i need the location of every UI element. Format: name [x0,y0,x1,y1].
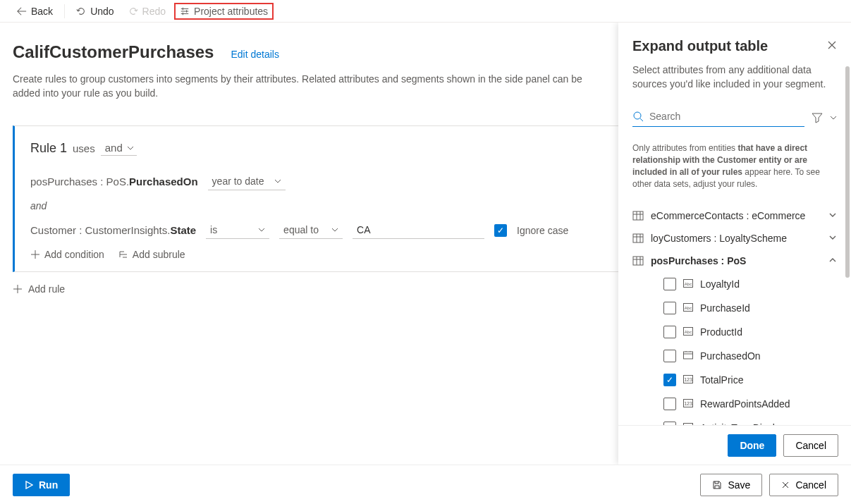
cond2-op1-dropdown[interactable]: is [206,221,269,239]
subrule-icon [118,250,128,259]
page-description: Create rules to group customers into seg… [13,72,591,100]
svg-text:123: 123 [684,401,692,406]
attribute-checkbox[interactable]: ✓ [663,374,676,386]
chevron-up-icon [828,256,837,264]
attribute-checkbox[interactable] [663,278,676,290]
redo-icon [128,6,138,16]
attribute-checkbox[interactable] [663,302,676,314]
add-rule-label: Add rule [28,283,65,295]
chevron-down-icon [274,178,281,185]
cond2-op1-value: is [210,224,217,235]
toolbar-separator [64,4,65,18]
svg-rect-12 [633,257,643,265]
chevron-down-icon [828,211,837,219]
cond2-value-input[interactable] [353,221,484,239]
project-attributes-button[interactable]: Project attributes [174,3,274,20]
top-toolbar: Back Undo Redo Project attributes [0,0,851,23]
page-title: CalifCustomerPurchases [13,42,214,62]
arrow-left-icon [17,6,27,16]
panel-search[interactable] [632,108,804,127]
panel-search-input[interactable] [649,111,804,122]
edit-details-link[interactable]: Edit details [231,49,278,60]
chevron-down-icon [331,226,338,233]
cond2-attribute: Customer : CustomerInsights.State [30,224,196,236]
attribute-label: PurchasedOn [700,350,761,362]
attribute-checkbox[interactable] [663,398,676,410]
attribute-row[interactable]: ✓123TotalPrice [663,368,837,392]
table-icon [632,233,644,244]
filter-icon[interactable] [812,112,823,123]
svg-text:Abc: Abc [685,330,692,334]
entity-group[interactable]: posPurchases : PoS [632,250,837,272]
undo-icon [76,6,86,16]
plus-icon [13,284,23,294]
cond2-op2-dropdown[interactable]: equal to [279,221,343,239]
attribute-checkbox[interactable] [663,422,676,425]
panel-cancel-button[interactable]: Cancel [783,434,838,457]
svg-text:Abc: Abc [685,282,692,286]
save-button[interactable]: Save [700,474,762,496]
attribute-label: ActivityTypeDisplay [700,422,785,425]
add-condition-label: Add condition [44,249,104,260]
play-icon [25,481,33,489]
attribute-row[interactable]: PurchasedOn [663,344,837,368]
attribute-label: RewardPointsAdded [700,398,790,410]
cancel-button[interactable]: Cancel [769,474,838,496]
attribute-label: LoyaltyId [700,278,740,290]
close-panel-button[interactable] [827,40,837,52]
undo-button[interactable]: Undo [71,3,119,20]
entity-group[interactable]: loyCustomers : LoyaltyScheme [632,227,837,250]
attribute-label: TotalPrice [700,374,743,386]
cond1-value-dropdown[interactable]: year to date [208,173,286,190]
attr-type-icon [683,350,693,362]
attribute-row[interactable]: AbcProductId [663,320,837,344]
attribute-checkbox[interactable] [663,350,676,362]
attribute-label: ProductId [700,326,742,338]
attr-type-icon: Abc [683,422,693,425]
save-icon [712,480,722,490]
attribute-row[interactable]: 123RewardPointsAdded [663,392,837,416]
undo-label: Undo [90,6,114,17]
svg-rect-10 [633,211,643,220]
ignore-case-checkbox[interactable]: ✓ [494,224,507,237]
save-label: Save [728,479,750,491]
attribute-label: PurchaseId [700,302,750,314]
svg-rect-19 [684,352,693,359]
panel-note: Only attributes from entities that have … [632,142,837,190]
svg-text:Abc: Abc [685,306,692,310]
back-button[interactable]: Back [11,3,59,20]
ignore-case-label: Ignore case [517,225,568,236]
entity-group-label: loyCustomers : LoyaltyScheme [651,233,787,244]
attr-type-icon: Abc [683,278,693,290]
expand-output-panel: Expand output table Select attributes fr… [618,23,851,465]
add-subrule-button[interactable]: Add subrule [118,249,185,260]
page-footer: Run Save Cancel [0,465,851,504]
attr-type-icon: Abc [683,326,693,338]
run-label: Run [39,479,58,491]
svg-text:123: 123 [684,377,692,382]
attr-type-icon: Abc [683,302,693,314]
run-button[interactable]: Run [13,474,70,496]
entity-group-label: eCommerceContacts : eCommerce [651,210,805,221]
chevron-down-icon [127,145,134,152]
panel-done-button[interactable]: Done [728,434,776,457]
svg-rect-11 [633,234,643,242]
redo-label: Redo [142,6,166,17]
rule-operator-dropdown[interactable]: and [101,140,137,156]
attribute-checkbox[interactable] [663,326,676,338]
panel-title: Expand output table [632,38,827,54]
chevron-down-icon[interactable] [830,114,837,121]
attribute-row[interactable]: AbcActivityTypeDisplay [663,416,837,425]
cond2-op2-value: equal to [283,224,319,235]
attribute-row[interactable]: AbcPurchaseId [663,296,837,320]
entity-group[interactable]: eCommerceContacts : eCommerce [632,204,837,227]
back-label: Back [31,6,53,17]
search-icon [632,111,644,122]
panel-scrollbar-thumb[interactable] [845,66,850,278]
attr-type-icon: 123 [683,374,693,386]
attribute-row[interactable]: AbcLoyaltyId [663,272,837,296]
add-condition-button[interactable]: Add condition [30,249,104,260]
cond1-attribute: posPurchases : PoS.PurchasedOn [30,176,198,188]
chevron-down-icon [258,226,265,233]
panel-description: Select attributes from any additional da… [632,63,837,91]
